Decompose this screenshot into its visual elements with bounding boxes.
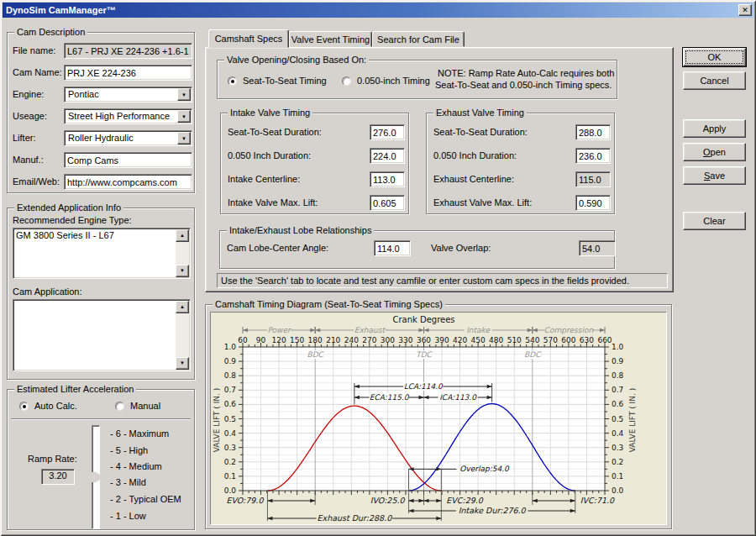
useage-combo[interactable]: Street High Performance ▼	[64, 108, 192, 124]
scale-item: - 2 - Typical OEM	[110, 494, 181, 504]
useage-value: Street High Performance	[68, 111, 170, 121]
scale-item: - 3 - Mild	[110, 477, 146, 487]
svg-text:0.2: 0.2	[612, 458, 623, 466]
svg-text:0.0: 0.0	[612, 486, 624, 495]
seat-to-seat-label: Seat-To-Seat Timing	[243, 76, 327, 86]
cam-name-field[interactable]	[64, 65, 192, 81]
svg-text:0.6: 0.6	[612, 400, 624, 408]
note-line1: NOTE: Ramp Rate Auto-Calc requires both	[438, 68, 614, 78]
scroll-down-icon[interactable]: ▼	[176, 265, 189, 277]
svg-text:ECA:115.0: ECA:115.0	[370, 393, 410, 402]
useage-dropdown-button[interactable]: ▼	[177, 110, 191, 123]
manuf-field[interactable]	[64, 152, 192, 168]
close-button[interactable]: ✕	[738, 4, 752, 16]
ramp-rate-slider-thumb[interactable]	[87, 472, 103, 482]
engine-type-text: GM 3800 Series II - L67	[16, 230, 175, 240]
engine-value: Pontiac	[68, 89, 99, 99]
svg-text:0.0: 0.0	[224, 486, 237, 495]
svg-text:270: 270	[362, 336, 376, 344]
svg-text:90: 90	[256, 336, 266, 344]
intake-050-duration-field[interactable]	[370, 148, 405, 164]
timing-diagram-title: Camshaft Timing Diagram (Seat-To-Seat Ti…	[213, 299, 445, 309]
lobe-angle-field[interactable]	[374, 240, 411, 256]
camshaft-timing-chart: BDCTDCBDC6090120150180210240270300330360…	[211, 313, 666, 524]
scroll-up-icon[interactable]: ▲	[176, 229, 189, 242]
exhaust-row-label: Exhaust Centerline:	[433, 174, 514, 184]
tab-search-cam-file[interactable]: Search for Cam File	[372, 31, 465, 47]
engine-type-scrollbar[interactable]: ▲ ▼	[176, 229, 189, 277]
lifter-accel-group: Estimated Lifter Acceleration Auto Calc.…	[7, 389, 195, 530]
lobe-group: Intake/Exhaust Lobe Relationships Cam Lo…	[219, 230, 615, 269]
lobe-legend: Intake/Exhaust Lobe Relationships	[227, 225, 374, 235]
engine-dropdown-button[interactable]: ▼	[177, 88, 191, 101]
intake-timing-legend: Intake Valve Timing	[228, 108, 312, 118]
exhaust-050-duration-field[interactable]	[575, 148, 611, 164]
apply-button[interactable]: Apply	[683, 119, 746, 138]
intake-s2s-duration-field[interactable]	[370, 124, 405, 140]
svg-text:1.0: 1.0	[612, 343, 624, 351]
timing-diagram-group: Camshaft Timing Diagram (Seat-To-Seat Ti…	[205, 304, 672, 529]
chevron-down-icon: ▼	[181, 114, 186, 119]
svg-text:120: 120	[272, 336, 286, 344]
hint-bar: Use the 'Search' tab to locate and test …	[217, 273, 668, 288]
svg-text:0.9: 0.9	[224, 357, 237, 365]
svg-text:VALVE LIFT ( IN. ): VALVE LIFT ( IN. )	[213, 388, 221, 453]
email-web-field[interactable]	[64, 174, 192, 190]
scroll-up-icon[interactable]: ▲	[176, 301, 189, 313]
svg-text:0.3: 0.3	[224, 444, 236, 452]
svg-text:150: 150	[290, 336, 304, 344]
lobe-angle-label: Cam Lobe-Center Angle:	[227, 243, 328, 253]
intake-max-lift-field[interactable]	[370, 195, 405, 211]
cam-manager-window: DynoSim CamManager™ ✕ Cam Description Fi…	[0, 0, 756, 536]
cam-application-scrollbar[interactable]: ▲ ▼	[176, 301, 189, 370]
engine-type-textarea[interactable]: GM 3800 Series II - L67 ▲ ▼	[13, 228, 191, 279]
cam-description-legend: Cam Description	[14, 27, 87, 37]
exhaust-max-lift-field[interactable]	[575, 195, 611, 211]
engine-label: Engine:	[13, 89, 44, 99]
svg-text:300: 300	[381, 336, 395, 344]
svg-text:Intake: Intake	[466, 326, 491, 334]
svg-text:0.2: 0.2	[224, 458, 236, 466]
tab-valve-event-timing[interactable]: Valve Event Timing	[289, 31, 372, 47]
intake-centerline-field[interactable]	[370, 171, 405, 187]
ramp-rate-value: 3.20	[41, 469, 75, 485]
cam-name-label: Cam Name:	[13, 67, 62, 77]
svg-text:0.7: 0.7	[224, 386, 236, 394]
tab-camshaft-specs[interactable]: Camshaft Specs	[208, 29, 289, 48]
lifter-value: Roller Hydraulic	[68, 133, 134, 143]
svg-text:180: 180	[308, 336, 323, 344]
svg-text:Exhaust: Exhaust	[354, 326, 386, 334]
save-button[interactable]: Save	[683, 166, 746, 185]
scale-item: - 1 - Low	[110, 511, 146, 521]
manual-label: Manual	[130, 401, 160, 411]
open-button[interactable]: Open	[683, 143, 746, 161]
manual-radio[interactable]	[115, 402, 124, 411]
window-title: DynoSim CamManager™	[6, 5, 116, 15]
ramp-rate-label: Ramp Rate:	[28, 454, 77, 464]
extended-info-group: Extended Application Info Recommended En…	[7, 208, 195, 380]
svg-text:BDC: BDC	[307, 350, 325, 359]
cancel-button[interactable]: Cancel	[683, 71, 746, 90]
auto-calc-label: Auto Calc.	[34, 401, 77, 411]
svg-text:TDC: TDC	[416, 350, 433, 359]
clear-button[interactable]: Clear	[683, 212, 746, 230]
cam-application-textarea[interactable]: ▲ ▼	[13, 299, 191, 371]
inch-timing-radio[interactable]	[342, 76, 351, 86]
lifter-combo[interactable]: Roller Hydraulic ▼	[64, 130, 192, 146]
svg-text:0.8: 0.8	[612, 371, 624, 380]
auto-calc-radio[interactable]	[19, 402, 29, 411]
scroll-down-icon[interactable]: ▼	[176, 357, 189, 370]
intake-row-label: Intake Centerline:	[228, 174, 300, 184]
exhaust-row-label: Seat-To-Seat Duration:	[433, 127, 528, 137]
seat-to-seat-radio[interactable]	[228, 76, 237, 86]
intake-row-label: 0.050 Inch Duration:	[228, 150, 311, 160]
svg-text:Overlap:54.0: Overlap:54.0	[459, 465, 510, 473]
lifter-dropdown-button[interactable]: ▼	[177, 132, 191, 145]
svg-text:600: 600	[561, 336, 575, 344]
ok-button[interactable]: OK	[683, 48, 746, 66]
svg-text:0.1: 0.1	[612, 472, 623, 481]
engine-combo[interactable]: Pontiac ▼	[64, 87, 192, 102]
svg-text:0.5: 0.5	[224, 415, 236, 423]
exhaust-s2s-duration-field[interactable]	[575, 124, 611, 140]
exhaust-row-label: 0.050 Inch Duration:	[433, 150, 517, 160]
